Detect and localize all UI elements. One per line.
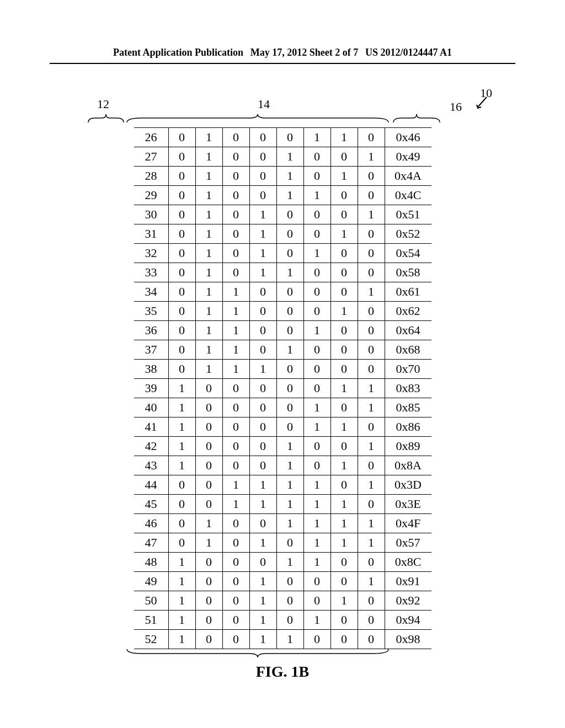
bit-cell: 1	[358, 475, 385, 495]
bit-cell: 1	[222, 475, 249, 495]
bit-cell: 0	[303, 630, 331, 649]
brace-12-icon	[87, 113, 125, 124]
bit-cell: 0	[195, 591, 222, 611]
hex-cell: 0x58	[385, 263, 431, 282]
bit-cell: 0	[249, 167, 276, 186]
bit-cell: 0	[276, 302, 303, 321]
index-cell: 26	[134, 128, 169, 147]
bit-cell: 1	[276, 147, 303, 167]
bit-cell: 0	[222, 186, 249, 205]
index-cell: 46	[134, 514, 169, 533]
index-cell: 33	[134, 263, 169, 282]
table-row: 46010011110x4F	[134, 514, 431, 533]
bit-cell: 0	[358, 263, 385, 282]
bit-cell: 0	[303, 282, 331, 302]
table-row: 42100010010x89	[134, 437, 431, 456]
bit-cell: 1	[168, 572, 195, 591]
bit-cell: 0	[358, 128, 385, 147]
bit-cell: 0	[222, 630, 249, 649]
hex-cell: 0x89	[385, 437, 431, 456]
table-row: 51100101000x94	[134, 611, 431, 630]
bit-cell: 0	[222, 591, 249, 611]
callout-labels: 10 12 14 16	[89, 97, 476, 127]
bit-cell: 0	[222, 379, 249, 398]
bit-cell: 1	[303, 417, 331, 437]
data-table: 26010001100x4627010010010x4928010010100x…	[134, 127, 431, 649]
table-row: 49100100010x91	[134, 572, 431, 591]
bit-cell: 1	[249, 630, 276, 649]
bit-cell: 1	[195, 147, 222, 167]
bit-cell: 0	[168, 495, 195, 514]
index-cell: 34	[134, 282, 169, 302]
bit-cell: 1	[249, 572, 276, 591]
table-row: 34011000010x61	[134, 282, 431, 302]
bit-cell: 0	[276, 244, 303, 263]
bit-cell: 0	[195, 398, 222, 417]
bit-cell: 0	[303, 205, 331, 224]
bit-cell: 0	[168, 263, 195, 282]
bit-cell: 1	[276, 186, 303, 205]
hex-cell: 0x54	[385, 244, 431, 263]
bit-cell: 1	[303, 514, 331, 533]
bit-cell: 1	[331, 533, 358, 553]
bit-cell: 0	[249, 553, 276, 572]
page-header: Patent Application Publication May 17, 2…	[50, 0, 515, 64]
bit-cell: 1	[249, 591, 276, 611]
bit-cell: 1	[168, 417, 195, 437]
bit-cell: 1	[331, 514, 358, 533]
bit-cell: 1	[249, 360, 276, 379]
bit-cell: 0	[358, 340, 385, 360]
bit-cell: 1	[168, 437, 195, 456]
table-row: 27010010010x49	[134, 147, 431, 167]
bit-cell: 0	[358, 302, 385, 321]
bit-cell: 1	[276, 495, 303, 514]
bit-cell: 1	[358, 282, 385, 302]
hex-cell: 0x68	[385, 340, 431, 360]
bit-cell: 1	[195, 244, 222, 263]
bit-cell: 0	[249, 340, 276, 360]
bit-cell: 0	[276, 205, 303, 224]
bit-cell: 0	[358, 630, 385, 649]
table-row: 47010101110x57	[134, 533, 431, 553]
bit-cell: 1	[168, 379, 195, 398]
bit-cell: 0	[303, 167, 331, 186]
index-cell: 37	[134, 340, 169, 360]
index-cell: 45	[134, 495, 169, 514]
bit-cell: 0	[303, 456, 331, 475]
hex-cell: 0x3D	[385, 475, 431, 495]
bit-cell: 0	[195, 417, 222, 437]
bit-cell: 0	[331, 553, 358, 572]
bit-cell: 1	[276, 514, 303, 533]
index-cell: 51	[134, 611, 169, 630]
bit-cell: 1	[249, 205, 276, 224]
table-row: 39100000110x83	[134, 379, 431, 398]
bit-cell: 0	[276, 321, 303, 340]
bit-cell: 1	[303, 611, 331, 630]
bit-cell: 0	[331, 321, 358, 340]
index-cell: 29	[134, 186, 169, 205]
bit-cell: 0	[222, 398, 249, 417]
index-cell: 50	[134, 591, 169, 611]
bit-cell: 0	[276, 360, 303, 379]
table-row: 50100100100x92	[134, 591, 431, 611]
bit-cell: 1	[331, 495, 358, 514]
bit-cell: 0	[168, 514, 195, 533]
bit-cell: 0	[168, 475, 195, 495]
table-row: 48100011000x8C	[134, 553, 431, 572]
bit-cell: 0	[195, 553, 222, 572]
bit-cell: 1	[249, 263, 276, 282]
bit-cell: 0	[358, 244, 385, 263]
hex-cell: 0x86	[385, 417, 431, 437]
bit-cell: 1	[303, 475, 331, 495]
hex-cell: 0x8C	[385, 553, 431, 572]
bit-cell: 1	[358, 437, 385, 456]
bit-cell: 0	[222, 147, 249, 167]
bit-cell: 1	[249, 244, 276, 263]
index-cell: 41	[134, 417, 169, 437]
bit-cell: 0	[195, 630, 222, 649]
bit-cell: 0	[249, 186, 276, 205]
bit-cell: 0	[303, 360, 331, 379]
bit-cell: 0	[276, 591, 303, 611]
index-cell: 28	[134, 167, 169, 186]
bit-cell: 0	[358, 321, 385, 340]
